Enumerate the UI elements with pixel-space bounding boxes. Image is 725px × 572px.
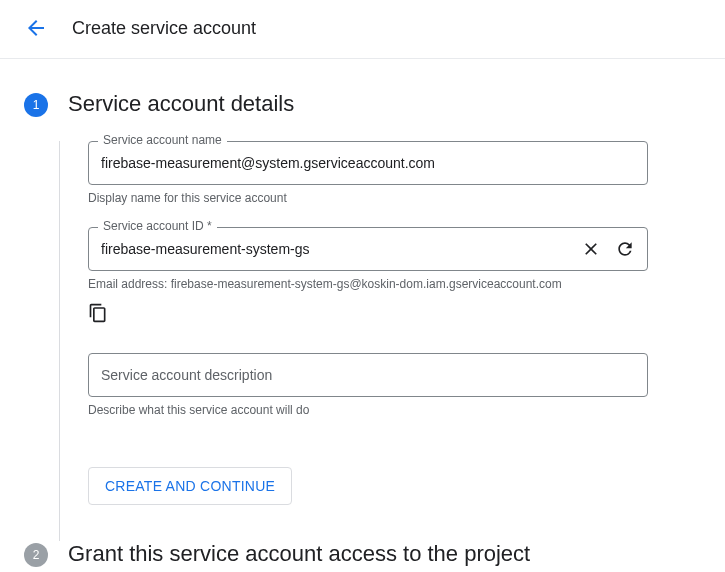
service-account-description-input[interactable]: [101, 367, 635, 383]
copy-email-button[interactable]: [88, 303, 108, 323]
service-account-description-field: [88, 353, 701, 397]
id-helper-text: Email address: firebase-measurement-syst…: [88, 277, 701, 291]
page-header: Create service account: [0, 0, 725, 59]
service-account-id-input[interactable]: [101, 241, 581, 257]
service-account-id-field: Service account ID *: [88, 227, 701, 271]
step-2-marker: 2: [24, 543, 48, 567]
name-field-label: Service account name: [98, 133, 227, 147]
id-field-label: Service account ID *: [98, 219, 217, 233]
step-1-marker: 1: [24, 93, 48, 117]
step-1-title: Service account details: [68, 91, 701, 117]
back-button[interactable]: [24, 16, 48, 40]
create-and-continue-button[interactable]: CREATE AND CONTINUE: [88, 467, 292, 505]
clear-button[interactable]: [581, 239, 601, 259]
service-account-name-input[interactable]: [101, 155, 635, 171]
refresh-icon: [615, 239, 635, 259]
service-account-name-field: Service account name: [88, 141, 701, 185]
page-title: Create service account: [72, 18, 256, 39]
arrow-left-icon: [24, 16, 48, 40]
close-icon: [581, 239, 601, 259]
description-helper-text: Describe what this service account will …: [88, 403, 701, 417]
regenerate-button[interactable]: [615, 239, 635, 259]
step-2-title: Grant this service account access to the…: [68, 541, 701, 572]
copy-icon: [88, 303, 108, 323]
name-helper-text: Display name for this service account: [88, 191, 701, 205]
